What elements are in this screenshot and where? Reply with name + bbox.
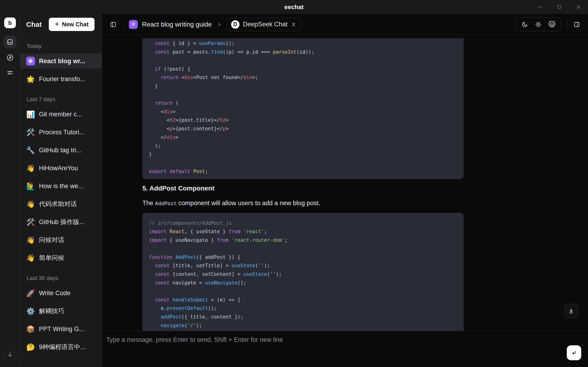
chat-scroll-area[interactable]: const { id } = useParams(); const post =… <box>102 35 588 331</box>
chat-list-item[interactable]: 🛠️GitHub 操作版... <box>20 215 102 229</box>
message-paragraph: The AddPost component will allow users t… <box>142 200 464 207</box>
panel-right-icon[interactable] <box>573 21 580 28</box>
scroll-to-bottom-button[interactable] <box>564 304 578 318</box>
chat-item-label: GitHub 操作版... <box>39 218 85 226</box>
chat-sidebar: Chat + New Chat Today⚛React blog wr...🌟F… <box>20 14 102 367</box>
section-label: Today <box>20 43 102 50</box>
chat-emoji-icon: 👋 <box>26 236 35 244</box>
chat-list-item[interactable]: 🙋‍♂️How is the we... <box>20 179 102 193</box>
paragraph-text: The <box>142 200 155 207</box>
nav-rail <box>0 14 20 367</box>
new-chat-label: New Chat <box>62 21 88 28</box>
chat-item-label: 问候对话 <box>39 236 64 244</box>
chevron-right-icon <box>217 22 222 27</box>
close-icon[interactable] <box>575 4 581 10</box>
chat-emoji-icon: 👋 <box>26 200 35 208</box>
chat-list-item[interactable]: ⚛React blog wr... <box>20 54 102 68</box>
model-tab[interactable]: D DeepSeek Chat <box>227 18 301 31</box>
message-input[interactable] <box>106 336 550 343</box>
chat-list-item[interactable]: ⚙️解耦技巧 <box>20 304 102 318</box>
theme-controls <box>516 17 561 32</box>
chat-emoji-icon: 🌟 <box>26 75 35 83</box>
collapse-x-icon[interactable] <box>291 22 296 27</box>
sliders-icon <box>6 69 14 76</box>
chat-emoji-icon: 📦 <box>26 325 35 333</box>
section-label: Last 30 days <box>20 275 102 281</box>
moon-icon[interactable] <box>521 21 528 28</box>
chat-list-item[interactable]: 📊Git member c... <box>20 107 102 122</box>
download-arrow-icon <box>568 308 574 314</box>
rail-scroll-down-button[interactable] <box>3 348 17 361</box>
send-button[interactable] <box>567 345 581 360</box>
inbox-icon <box>7 39 14 45</box>
chat-item-label: GitHub tag tri... <box>39 147 81 154</box>
chat-list-item[interactable]: 👋问候对话 <box>20 233 102 247</box>
chat-list-item[interactable]: 👋HiHowAreYou <box>20 161 102 175</box>
chat-item-label: Git member c... <box>39 111 82 118</box>
window-titlebar: eechat <box>0 0 588 14</box>
chat-item-label: 代码求助对话 <box>39 200 77 208</box>
chat-emoji-icon: 👋 <box>26 254 35 262</box>
main-header: ⚛ React blog writing guide D DeepSeek Ch… <box>102 14 588 35</box>
chat-list-item[interactable]: 🔧GitHub tag tri... <box>20 143 102 158</box>
react-chat-icon: ⚛ <box>129 20 138 29</box>
code-block: // src/components/AddPost.jsimport React… <box>142 213 464 331</box>
chat-item-label: Write Code <box>39 290 70 297</box>
window-title: eechat <box>284 3 303 11</box>
chat-item-label: Process Tutori... <box>39 129 85 136</box>
inline-code: AddPost <box>155 200 177 206</box>
notes-document-icon <box>7 20 13 26</box>
sidebar-header: Chat + New Chat <box>20 14 102 35</box>
chat-item-label: 9种编程语言中... <box>39 343 86 351</box>
code-block: const { id } = useParams(); const post =… <box>142 38 464 179</box>
chat-item-label: HiHowAreYou <box>39 165 78 172</box>
chat-emoji-icon: 🔧 <box>26 146 35 154</box>
chat-list-item[interactable]: 👋代码求助对话 <box>20 197 102 211</box>
sidebar-item-settings[interactable] <box>3 67 17 78</box>
maximize-icon[interactable] <box>556 4 562 10</box>
chat-emoji-icon: 🤔 <box>26 343 35 351</box>
sidebar-item-discover[interactable] <box>3 52 17 63</box>
react-chat-icon: ⚛ <box>26 57 35 66</box>
chat-emoji-icon: 👋 <box>26 164 35 172</box>
header-right-divider <box>567 21 567 28</box>
window-controls <box>537 0 581 14</box>
chat-emoji-icon: 🛠️ <box>26 128 35 136</box>
plus-icon: + <box>55 20 59 28</box>
message-composer <box>102 331 588 367</box>
arrow-down-circle-icon <box>7 351 14 358</box>
section-label: Last 7 days <box>20 96 102 103</box>
chat-emoji-icon: 🚀 <box>26 289 35 297</box>
chat-list-item[interactable]: 👋简单问候 <box>20 250 102 265</box>
sidebar-item-chats[interactable] <box>3 36 17 48</box>
minimize-icon[interactable] <box>537 4 543 10</box>
header-right-controls <box>516 17 580 32</box>
app-logo[interactable] <box>4 17 16 28</box>
new-chat-button[interactable]: + New Chat <box>49 18 95 31</box>
sidebar-title: Chat <box>26 21 42 28</box>
chat-item-label: PPT Writing G... <box>39 325 84 333</box>
main-panel: ⚛ React blog writing guide D DeepSeek Ch… <box>102 14 588 367</box>
compass-icon <box>6 54 14 61</box>
chat-list-item[interactable]: 🌟Fourier transfo... <box>20 72 102 86</box>
sun-icon[interactable] <box>535 21 542 28</box>
chat-item-label: 简单问候 <box>39 254 64 262</box>
deepseek-avatar: D <box>231 20 240 29</box>
chat-list-item[interactable]: 🚀Write Code <box>20 286 102 300</box>
enter-return-icon <box>571 350 577 356</box>
chat-list-item[interactable]: 🛠️Process Tutori... <box>20 125 102 140</box>
section-heading: 5. AddPost Component <box>142 185 464 192</box>
chat-emoji-icon: ⚙️ <box>26 307 35 315</box>
chat-item-label: 解耦技巧 <box>39 307 64 315</box>
paragraph-text: component will allow users to add a new … <box>177 200 320 207</box>
header-divider <box>122 21 123 28</box>
chat-item-label: How is the we... <box>39 183 84 190</box>
chat-list-item[interactable]: 📦PPT Writing G... <box>20 322 102 336</box>
gear-icon[interactable] <box>549 21 555 28</box>
chat-emoji-icon: 🛠️ <box>26 218 35 226</box>
chat-list-item[interactable]: 🤔9种编程语言中... <box>20 340 102 354</box>
panel-left-icon[interactable] <box>110 21 116 28</box>
chat-emoji-icon: 📊 <box>26 110 35 118</box>
chat-item-label: Fourier transfo... <box>39 75 85 83</box>
breadcrumb: React blog writing guide <box>142 21 212 28</box>
